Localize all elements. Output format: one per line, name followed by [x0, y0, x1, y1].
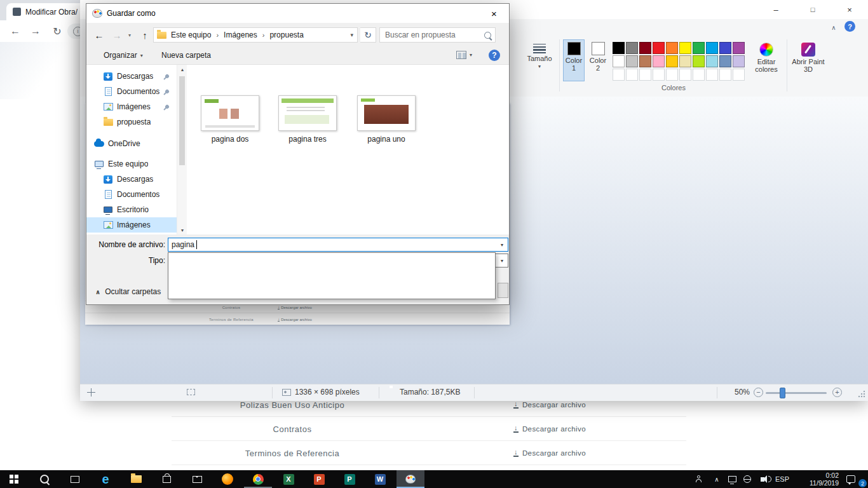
search-box[interactable] — [379, 27, 496, 43]
palette-color[interactable] — [666, 55, 678, 67]
minimize-button[interactable]: – — [757, 0, 794, 19]
recent-locations-chevron-icon[interactable]: ▾ — [126, 27, 133, 43]
palette-color[interactable] — [706, 55, 718, 67]
dialog-close-button[interactable]: × — [480, 4, 508, 22]
palette-empty-slot[interactable] — [613, 69, 625, 81]
sidebar-item-documentos[interactable]: Documentos — [86, 84, 177, 99]
zoom-out-button[interactable]: − — [754, 388, 763, 397]
action-center-button[interactable] — [841, 470, 860, 488]
paint-help-icon[interactable]: ? — [844, 21, 855, 32]
palette-color[interactable] — [613, 42, 625, 54]
filename-input[interactable]: pagina ▾ — [168, 238, 508, 252]
palette-empty-slot[interactable] — [653, 69, 665, 81]
taskbar-edge-button[interactable]: e — [92, 470, 119, 488]
palette-color[interactable] — [733, 42, 745, 54]
color2-button[interactable]: Color 2 — [587, 39, 609, 81]
sidebar-item-documentos-pc[interactable]: Documentos — [86, 187, 177, 202]
download-link[interactable]: ↓Descargar archivo — [413, 441, 686, 465]
file-item[interactable]: pagina tres — [272, 95, 343, 144]
palette-color[interactable] — [719, 55, 731, 67]
sidebar-item-descargas[interactable]: Descargas — [86, 69, 177, 84]
edit-colors-button[interactable]: Editar colores — [750, 39, 783, 84]
taskbar-start-button[interactable] — [0, 470, 28, 488]
taskbar-powerpoint-button[interactable]: P — [305, 470, 333, 488]
palette-color[interactable] — [693, 55, 705, 67]
taskbar-paint-button[interactable] — [397, 470, 424, 488]
breadcrumb-this-pc[interactable]: Este equipo — [168, 30, 214, 39]
taskbar-taskview-button[interactable] — [61, 470, 89, 488]
palette-empty-slot[interactable] — [679, 69, 691, 81]
palette-color[interactable] — [679, 42, 691, 54]
palette-color[interactable] — [679, 55, 691, 67]
palette-color[interactable] — [653, 55, 665, 67]
clock[interactable]: 0:02 11/9/2019 — [793, 470, 839, 488]
sidebar-item-este-equipo[interactable]: Este equipo — [86, 156, 177, 172]
search-icon[interactable] — [484, 32, 491, 39]
palette-empty-slot[interactable] — [693, 69, 705, 81]
file-item[interactable]: pagina dos — [194, 95, 266, 144]
open-paint3d-button[interactable]: Abrir Paint 3D — [790, 39, 826, 84]
palette-color[interactable] — [639, 42, 651, 54]
volume-button[interactable] — [754, 470, 771, 488]
help-button[interactable]: ? — [489, 50, 500, 61]
filename-dropdown-icon[interactable]: ▾ — [496, 238, 508, 251]
taskbar-word-button[interactable]: W — [366, 470, 394, 488]
palette-color[interactable] — [613, 55, 625, 67]
taskbar-chrome-button[interactable] — [244, 470, 272, 488]
palette-empty-slot[interactable] — [626, 69, 638, 81]
collapse-ribbon-icon[interactable]: ∧ — [827, 22, 840, 32]
sidebar-item-descargas-pc[interactable]: Descargas — [86, 172, 177, 187]
network-status[interactable] — [740, 470, 755, 488]
palette-color[interactable] — [666, 42, 678, 54]
size-button[interactable]: Tamaño ▾ — [525, 39, 554, 92]
maximize-button[interactable]: □ — [794, 0, 831, 19]
organize-button[interactable]: Organizar ▾ — [104, 51, 143, 60]
filetype-dropdown-icon[interactable]: ▾ — [496, 254, 508, 267]
palette-empty-slot[interactable] — [706, 69, 718, 81]
breadcrumb-pictures[interactable]: Imágenes — [220, 30, 261, 39]
scroll-down-icon[interactable]: ▾ — [177, 226, 187, 234]
refresh-button[interactable]: ↻ — [360, 27, 376, 43]
palette-empty-slot[interactable] — [666, 69, 678, 81]
zoom-in-button[interactable]: + — [832, 388, 842, 397]
browser-refresh-icon[interactable]: ↻ — [50, 24, 65, 38]
close-button[interactable]: × — [831, 0, 868, 19]
resize-grip[interactable] — [857, 390, 866, 398]
address-dropdown-icon[interactable]: ▾ — [346, 32, 357, 38]
back-button[interactable]: ← — [92, 27, 107, 43]
new-folder-button[interactable]: Nueva carpeta — [161, 51, 211, 60]
change-view-button[interactable]: ▾ — [456, 51, 472, 59]
download-link[interactable]: ↓Descargar archivo — [413, 417, 686, 441]
palette-color[interactable] — [626, 42, 638, 54]
color1-button[interactable]: Color 1 — [563, 39, 585, 81]
up-button[interactable]: ↑ — [137, 27, 153, 43]
people-button[interactable] — [690, 470, 708, 488]
palette-color[interactable] — [733, 55, 745, 67]
palette-color[interactable] — [653, 42, 665, 54]
palette-color[interactable] — [706, 42, 718, 54]
language-indicator[interactable]: ESP — [771, 470, 793, 488]
palette-color[interactable] — [719, 42, 731, 54]
sidebar-item-propuesta[interactable]: propuesta — [86, 114, 177, 130]
ethernet-status[interactable] — [724, 470, 740, 488]
forward-button[interactable]: → — [109, 27, 125, 43]
save-button-partial[interactable] — [498, 283, 508, 298]
palette-empty-slot[interactable] — [719, 69, 731, 81]
zoom-slider-thumb[interactable] — [780, 388, 785, 398]
taskbar-publisher-button[interactable]: P — [336, 470, 363, 488]
search-input[interactable] — [384, 30, 484, 40]
taskbar-mail-button[interactable] — [183, 470, 211, 488]
taskbar-search-button[interactable] — [31, 470, 58, 488]
browser-forward-icon[interactable]: → — [28, 24, 43, 38]
browser-back-icon[interactable]: ← — [8, 24, 23, 38]
palette-empty-slot[interactable] — [733, 69, 745, 81]
taskbar-excel-button[interactable]: X — [275, 470, 302, 488]
palette-color[interactable] — [639, 55, 651, 67]
zoom-slider[interactable] — [766, 392, 827, 394]
sidebar-item-imagenes-pc-selected[interactable]: Imágenes — [86, 217, 177, 233]
breadcrumb-propuesta[interactable]: propuesta — [266, 30, 306, 39]
scroll-up-icon[interactable]: ▴ — [177, 65, 187, 74]
tray-expand-button[interactable]: ∧ — [709, 470, 724, 488]
taskbar-explorer-button[interactable] — [122, 470, 150, 488]
sidebar-item-escritorio[interactable]: Escritorio — [86, 202, 177, 217]
